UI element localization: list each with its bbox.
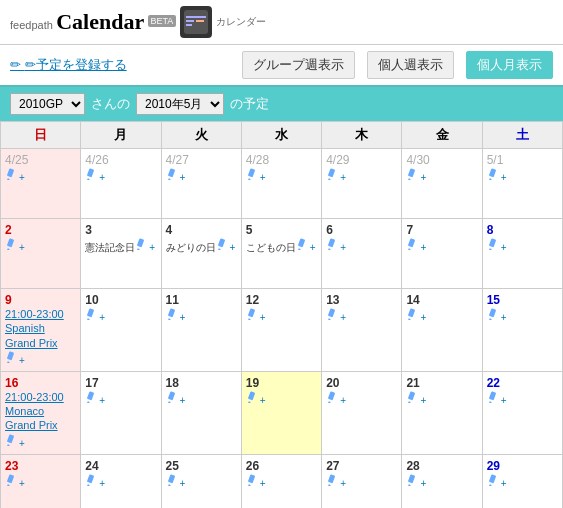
svg-rect-25 xyxy=(298,238,305,247)
day-number: 4/26 xyxy=(85,153,156,167)
calendar-table: 日月火水木金土 4/25 +4/26 +4/27 +4/28 +4/29 +4/… xyxy=(0,121,563,508)
nav-bar: ✏予定を登録する グループ週表示 個人週表示 個人月表示 xyxy=(0,45,563,87)
add-event-icon[interactable]: + xyxy=(166,312,186,323)
weekday-header-金: 金 xyxy=(402,122,482,149)
day-number: 28 xyxy=(406,459,477,473)
svg-marker-32 xyxy=(489,248,492,250)
add-event-icon[interactable]: + xyxy=(246,312,266,323)
beta-badge: BETA xyxy=(148,15,177,27)
weekday-header-日: 日 xyxy=(1,122,81,149)
add-event-icon[interactable]: + xyxy=(406,172,426,183)
calendar-cell: 27 + xyxy=(322,454,402,508)
add-event-icon[interactable]: + xyxy=(5,355,25,366)
add-event-icon[interactable]: + xyxy=(85,172,105,183)
calendar-cell: 4みどりの日 + xyxy=(161,219,241,289)
svg-marker-54 xyxy=(248,401,251,403)
calendar-cell: 28 + xyxy=(402,454,482,508)
add-event-icon[interactable]: + xyxy=(326,395,346,406)
add-event-icon[interactable]: + xyxy=(406,478,426,489)
add-event-icon[interactable]: + xyxy=(487,478,507,489)
svg-rect-2 xyxy=(186,20,194,22)
calendar-logo-text: Calendar xyxy=(56,9,144,34)
day-number: 6 xyxy=(326,223,397,237)
add-event-icon[interactable]: + xyxy=(135,242,155,253)
add-event-icon[interactable]: + xyxy=(166,172,186,183)
toolbar-suffix: さんの xyxy=(91,95,130,113)
svg-marker-58 xyxy=(408,401,411,403)
add-event-icon[interactable]: + xyxy=(487,312,507,323)
calendar-cell: 14 + xyxy=(402,289,482,372)
personal-month-tab[interactable]: 個人月表示 xyxy=(466,51,553,79)
calendar-cell: 2 + xyxy=(1,219,81,289)
add-event-icon[interactable]: + xyxy=(406,312,426,323)
add-event-icon[interactable]: + xyxy=(487,242,507,253)
calendar-cell: 5こどもの日 + xyxy=(241,219,321,289)
svg-marker-46 xyxy=(489,318,492,320)
register-schedule-link[interactable]: ✏予定を登録する xyxy=(10,56,127,74)
svg-marker-12 xyxy=(248,178,251,180)
svg-marker-44 xyxy=(408,318,411,320)
add-event-icon[interactable]: + xyxy=(246,478,266,489)
add-event-icon[interactable]: + xyxy=(85,312,105,323)
add-event-icon[interactable]: + xyxy=(246,172,266,183)
personal-week-tab[interactable]: 個人週表示 xyxy=(367,51,454,79)
calendar-cell: 1621:00-23:00 Monaco Grand Prix + xyxy=(1,371,81,454)
calendar-cell: 4/25 + xyxy=(1,149,81,219)
day-number: 13 xyxy=(326,293,397,307)
svg-rect-19 xyxy=(7,238,14,247)
svg-marker-72 xyxy=(408,484,411,486)
user-select[interactable]: 2010GP xyxy=(10,93,85,115)
weekday-header-土: 土 xyxy=(482,122,562,149)
add-event-icon[interactable]: + xyxy=(166,478,186,489)
add-event-icon[interactable]: + xyxy=(5,242,25,253)
svg-rect-71 xyxy=(408,474,415,483)
svg-marker-38 xyxy=(168,318,171,320)
add-event-icon[interactable]: + xyxy=(326,312,346,323)
day-number: 14 xyxy=(406,293,477,307)
svg-marker-48 xyxy=(7,444,10,446)
svg-marker-60 xyxy=(489,401,492,403)
calendar-cell: 18 + xyxy=(161,371,241,454)
group-week-tab[interactable]: グループ週表示 xyxy=(242,51,355,79)
calendar-cell: 4/26 + xyxy=(81,149,161,219)
svg-rect-23 xyxy=(217,238,224,247)
svg-marker-74 xyxy=(489,484,492,486)
add-event-icon[interactable]: + xyxy=(406,242,426,253)
svg-rect-37 xyxy=(167,308,174,317)
add-event-icon[interactable]: + xyxy=(326,172,346,183)
svg-marker-56 xyxy=(328,401,331,403)
svg-rect-7 xyxy=(87,168,94,177)
day-number: 19 xyxy=(246,376,317,390)
svg-rect-45 xyxy=(489,308,496,317)
svg-rect-9 xyxy=(167,168,174,177)
add-event-icon[interactable]: + xyxy=(5,438,25,449)
add-event-icon[interactable]: + xyxy=(166,395,186,406)
day-number: 21 xyxy=(406,376,477,390)
add-event-icon[interactable]: + xyxy=(326,242,346,253)
event-link[interactable]: 21:00-23:00 Monaco Grand Prix xyxy=(5,390,76,433)
day-number: 4/30 xyxy=(406,153,477,167)
add-event-icon[interactable]: + xyxy=(406,395,426,406)
event-link[interactable]: 21:00-23:00 Spanish Grand Prix xyxy=(5,307,76,350)
svg-marker-62 xyxy=(7,484,10,486)
svg-rect-17 xyxy=(489,168,496,177)
add-event-icon[interactable]: + xyxy=(326,478,346,489)
calendar-cell: 11 + xyxy=(161,289,241,372)
add-event-icon[interactable]: + xyxy=(487,172,507,183)
add-event-icon[interactable]: + xyxy=(5,172,25,183)
add-event-icon[interactable]: + xyxy=(85,395,105,406)
add-event-icon[interactable]: + xyxy=(216,242,236,253)
add-event-icon[interactable]: + xyxy=(5,478,25,489)
svg-rect-43 xyxy=(408,308,415,317)
period-select[interactable]: 2010年5月 xyxy=(136,93,224,115)
calendar-cell: 13 + xyxy=(322,289,402,372)
add-event-icon[interactable]: + xyxy=(296,242,316,253)
svg-rect-13 xyxy=(328,168,335,177)
svg-marker-36 xyxy=(87,318,90,320)
add-event-icon[interactable]: + xyxy=(85,478,105,489)
svg-marker-40 xyxy=(248,318,251,320)
day-number: 9 xyxy=(5,293,76,307)
add-event-icon[interactable]: + xyxy=(246,395,266,406)
add-event-icon[interactable]: + xyxy=(487,395,507,406)
calendar-cell: 7 + xyxy=(402,219,482,289)
